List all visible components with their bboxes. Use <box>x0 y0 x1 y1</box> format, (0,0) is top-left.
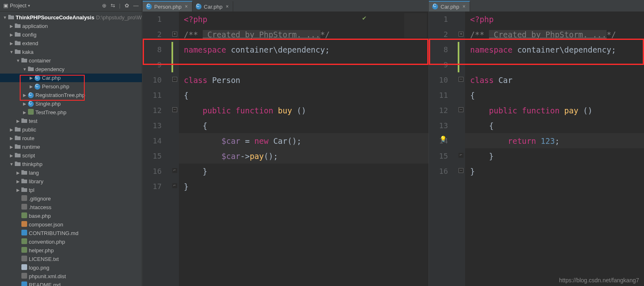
watermark: https://blog.csdn.net/fangkang7 <box>559 277 639 284</box>
tree-item-script[interactable]: ▶script <box>0 151 142 160</box>
minimize-icon[interactable]: — <box>133 2 139 9</box>
fold-expand-icon[interactable]: + <box>459 32 463 37</box>
tree-item-single-php[interactable]: ▶Single.php <box>0 99 142 108</box>
locate-icon[interactable]: ⊕ <box>102 2 107 9</box>
tree-item-composer-json[interactable]: composer.json <box>0 220 142 229</box>
tree-item-base-php[interactable]: base.php <box>0 212 142 220</box>
tree-item-readme-md[interactable]: README.md <box>0 281 142 286</box>
fold-collapse-icon[interactable]: − <box>172 107 177 112</box>
tree-item-convention-php[interactable]: convention.php <box>0 238 142 246</box>
gear-icon[interactable]: ✿ <box>125 2 129 9</box>
tree-item-helper-php[interactable]: helper.php <box>0 246 142 255</box>
close-icon[interactable]: × <box>463 4 466 9</box>
tree-item-extend[interactable]: ▶extend <box>0 39 142 48</box>
project-root-row[interactable]: ▼ ThinkPHPSourceCodeAnalysis D:\phpstudy… <box>0 13 142 22</box>
php-icon <box>196 4 202 9</box>
tree-item-config[interactable]: ▶config <box>0 30 142 39</box>
left-editor-body[interactable]: ✔ 12891011121314151617 + − − ⌐ ⌐ <?php /… <box>143 12 429 286</box>
close-icon[interactable]: × <box>185 4 188 9</box>
gutter-line: 16 <box>429 164 448 179</box>
tree-item-route[interactable]: ▶route <box>0 134 142 143</box>
fold-end-icon[interactable]: ⌐ <box>172 183 177 188</box>
fold-expand-icon[interactable]: + <box>172 32 177 37</box>
editors-area: Person.php×Car.php× ✔ 128910111213141516… <box>142 0 644 286</box>
gutter-line: 12 <box>429 103 448 118</box>
tree-item-test[interactable]: ▶test <box>0 117 142 125</box>
bulb-icon[interactable]: 💡 <box>440 136 447 142</box>
fold-collapse-icon[interactable]: − <box>459 168 463 173</box>
tab-car-php[interactable]: Car.php× <box>429 1 470 12</box>
gutter-line: 11 <box>143 88 162 103</box>
gutter-line: 10 <box>143 72 162 88</box>
fold-end-icon[interactable]: ⌐ <box>459 153 463 158</box>
tree-item-kaka[interactable]: ▼kaka <box>0 48 142 56</box>
tree-item-thinkphp[interactable]: ▼thinkphp <box>0 160 142 168</box>
settings-filter-icon[interactable]: ⇆ <box>111 2 115 9</box>
gutter-line: 15 <box>143 148 162 164</box>
gutter-line: 10 <box>429 72 448 88</box>
tree-item-testtree-php[interactable]: ▶TestTree.php <box>0 108 142 117</box>
left-tab-bar: Person.php×Car.php× <box>143 0 429 12</box>
tree-item-tpl[interactable]: ▶tpl <box>0 186 142 194</box>
fold-collapse-icon[interactable]: − <box>459 77 463 82</box>
gutter-line: 13 <box>143 118 162 133</box>
tree-item-license-txt[interactable]: LICENSE.txt <box>0 255 142 263</box>
tree-item-library[interactable]: ▶library <box>0 177 142 186</box>
right-tab-bar: Car.php× <box>429 0 644 12</box>
tab-car-php[interactable]: Car.php× <box>192 1 234 12</box>
gutter-line: 1 <box>429 12 448 27</box>
fold-end-icon[interactable]: ⌐ <box>172 168 177 173</box>
gutter-line: 11 <box>429 88 448 103</box>
tree-item-phpunit-xml-dist[interactable]: phpunit.xml.dist <box>0 272 142 281</box>
tree-item-dependency[interactable]: ▼dependency <box>0 65 142 74</box>
tree-item-contributing-md[interactable]: CONTRIBUTING.md <box>0 229 142 238</box>
fold-collapse-icon[interactable]: − <box>459 107 463 112</box>
close-icon[interactable]: × <box>226 4 229 9</box>
sidebar-header: ▣ Project ▾ ⊕ ⇆ | ✿ — <box>0 0 142 12</box>
tree-item-application[interactable]: ▶application <box>0 22 142 30</box>
left-editor-pane: Person.php×Car.php× ✔ 128910111213141516… <box>142 0 429 286</box>
divider: | <box>119 2 120 9</box>
tree-item-logo-png[interactable]: logo.png <box>0 263 142 272</box>
gutter-line: 13 <box>429 118 448 133</box>
project-sidebar: ▣ Project ▾ ⊕ ⇆ | ✿ — ▼ ThinkPHPSourceCo… <box>0 0 142 286</box>
project-icon: ▣ <box>3 2 8 9</box>
tree-highlight-box <box>20 75 85 101</box>
right-editor-pane: Car.php× 128910111213141516 + − − ⌐ − 💡 … <box>429 0 644 286</box>
right-editor-body[interactable]: 128910111213141516 + − − ⌐ − 💡 <?php /**… <box>429 12 644 286</box>
highlight-box <box>143 39 429 65</box>
gutter-line: 1 <box>143 12 162 27</box>
tab-person-php[interactable]: Person.php× <box>143 1 192 12</box>
fold-collapse-icon[interactable]: − <box>172 77 177 82</box>
tree-item--htaccess[interactable]: .htaccess <box>0 203 142 212</box>
tree-item-lang[interactable]: ▶lang <box>0 168 142 177</box>
gutter-line: 15 <box>429 148 448 164</box>
sidebar-title: Project <box>10 2 26 9</box>
php-icon <box>146 4 152 9</box>
tree-item-public[interactable]: ▶public <box>0 125 142 134</box>
gutter-line: 17 <box>143 179 162 194</box>
tree-item-container[interactable]: ▼container <box>0 56 142 65</box>
chevron-down-icon[interactable]: ▾ <box>28 3 30 8</box>
gutter-line: 12 <box>143 103 162 118</box>
tree-item-runtime[interactable]: ▶runtime <box>0 143 142 151</box>
project-tree[interactable]: ▼ ThinkPHPSourceCodeAnalysis D:\phpstudy… <box>0 12 142 286</box>
highlight-box <box>429 39 644 65</box>
gutter-line: 14 <box>143 133 162 148</box>
tree-item--gitignore[interactable]: .gitignore <box>0 194 142 203</box>
php-icon <box>432 4 438 9</box>
gutter-line: 16 <box>143 164 162 179</box>
